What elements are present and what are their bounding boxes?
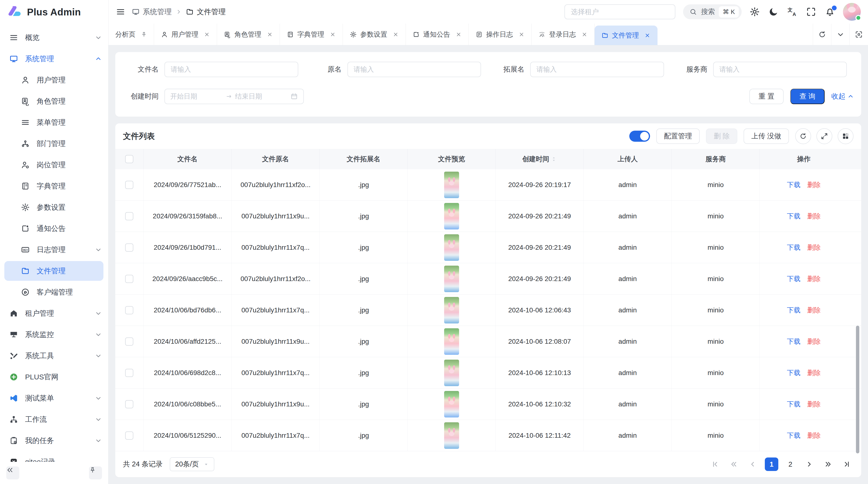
table-columns-button[interactable] <box>838 128 854 144</box>
sidebar-item-20[interactable]: gitee记录 <box>0 451 108 462</box>
download-link[interactable]: 下载 <box>787 368 801 378</box>
file-preview-thumbnail[interactable] <box>444 422 459 449</box>
sidebar-collapse-button[interactable] <box>6 466 19 479</box>
sidebar-item-15[interactable]: 系统工具 <box>0 345 108 366</box>
sidebar-item-18[interactable]: 工作流 <box>0 409 108 430</box>
file-preview-thumbnail[interactable] <box>444 172 459 198</box>
tabbar-content-fullscreen-button[interactable] <box>850 24 868 45</box>
sidebar-item-19[interactable]: 我的任务 <box>0 430 108 451</box>
page-button-1[interactable]: 1 <box>765 457 778 471</box>
dark-mode-button[interactable] <box>768 6 779 17</box>
table-scrollbar-thumb[interactable] <box>856 326 859 453</box>
sidebar-item-14[interactable]: 系统监控 <box>0 324 108 345</box>
sidebar-item-8[interactable]: 参数设置 <box>0 197 108 218</box>
sidebar-item-6[interactable]: 岗位管理 <box>0 154 108 175</box>
tab-1[interactable]: 用户管理 <box>154 24 217 45</box>
sidebar-item-0[interactable]: 概览 <box>0 27 108 48</box>
page-first-button[interactable] <box>708 457 722 471</box>
download-link[interactable]: 下载 <box>787 274 801 284</box>
user-avatar[interactable] <box>843 3 861 21</box>
tab-6[interactable]: 操作日志 <box>469 24 532 45</box>
delete-link[interactable]: 删除 <box>807 337 821 346</box>
close-icon[interactable] <box>330 31 336 38</box>
settings-button[interactable] <box>749 6 760 17</box>
collapse-filter-link[interactable]: 收起 <box>831 92 854 101</box>
delete-button[interactable]: 删 除 <box>706 128 737 144</box>
sidebar-item-10[interactable]: DEV 日志管理 <box>0 239 108 260</box>
reset-button[interactable]: 重 置 <box>749 89 784 104</box>
row-checkbox[interactable] <box>125 244 133 252</box>
sort-caret-icon[interactable] <box>551 156 557 162</box>
tab-0[interactable]: 分析页 <box>108 24 154 45</box>
global-search-button[interactable]: 搜索 ⌘ K <box>683 4 742 19</box>
download-link[interactable]: 下载 <box>787 212 801 221</box>
close-icon[interactable] <box>267 31 273 38</box>
sidebar-item-12[interactable]: 客户端管理 <box>0 282 108 303</box>
row-checkbox[interactable] <box>125 337 133 346</box>
row-checkbox[interactable] <box>125 431 133 440</box>
row-checkbox[interactable] <box>125 212 133 220</box>
tab-2[interactable]: 角色管理 <box>217 24 280 45</box>
upload-button[interactable]: 上传 没做 <box>744 128 789 144</box>
close-icon[interactable] <box>204 31 210 38</box>
page-size-select[interactable]: 20条/页 <box>170 457 214 471</box>
delete-link[interactable]: 删除 <box>807 305 821 315</box>
column-header-4[interactable]: 创建时间 <box>496 149 584 169</box>
file-preview-thumbnail[interactable] <box>444 391 459 417</box>
fullscreen-button[interactable] <box>806 6 816 17</box>
row-checkbox[interactable] <box>125 275 133 283</box>
close-icon[interactable] <box>581 31 588 38</box>
tab-8[interactable]: 文件管理 <box>595 26 657 45</box>
table-expand-button[interactable] <box>816 128 832 144</box>
page-prev-double-button[interactable] <box>727 457 741 471</box>
file-preview-thumbnail[interactable] <box>444 360 459 386</box>
row-checkbox[interactable] <box>125 369 133 377</box>
filter-field-input-3[interactable] <box>713 62 847 77</box>
sidebar-item-7[interactable]: 字典管理 <box>0 175 108 197</box>
delete-link[interactable]: 删除 <box>807 431 821 440</box>
download-link[interactable]: 下载 <box>787 243 801 252</box>
file-preview-thumbnail[interactable] <box>444 266 459 292</box>
row-checkbox[interactable] <box>125 181 133 189</box>
download-link[interactable]: 下载 <box>787 337 801 346</box>
delete-link[interactable]: 删除 <box>807 212 821 221</box>
tab-5[interactable]: 通知公告 <box>406 24 469 45</box>
sidebar-item-16[interactable]: PLUS官网 <box>0 366 108 388</box>
file-preview-thumbnail[interactable] <box>444 328 459 355</box>
file-preview-thumbnail[interactable] <box>444 234 459 261</box>
page-next-double-button[interactable] <box>821 457 835 471</box>
notifications-button[interactable] <box>825 6 835 17</box>
search-panel-toggle[interactable] <box>629 131 650 142</box>
delete-link[interactable]: 删除 <box>807 180 821 189</box>
row-checkbox[interactable] <box>125 306 133 314</box>
sidebar-item-2[interactable]: 用户管理 <box>0 69 108 91</box>
page-prev-button[interactable] <box>746 457 760 471</box>
delete-link[interactable]: 删除 <box>807 400 821 409</box>
row-checkbox[interactable] <box>125 400 133 408</box>
search-button[interactable]: 查 询 <box>790 89 825 104</box>
close-icon[interactable] <box>393 31 399 38</box>
select-all-checkbox[interactable] <box>125 155 133 163</box>
breadcrumb-item-1[interactable]: 文件管理 <box>186 7 226 17</box>
close-icon[interactable] <box>644 32 651 39</box>
download-link[interactable]: 下载 <box>787 305 801 315</box>
filter-field-input-2[interactable] <box>530 62 664 77</box>
sidebar-item-9[interactable]: 通知公告 <box>0 218 108 239</box>
close-icon[interactable] <box>456 31 462 38</box>
file-preview-thumbnail[interactable] <box>444 297 459 323</box>
sidebar-item-13[interactable]: 租户管理 <box>0 303 108 324</box>
page-next-button[interactable] <box>802 457 816 471</box>
table-refresh-button[interactable] <box>795 128 811 144</box>
sidebar-item-17[interactable]: 测试菜单 <box>0 388 108 409</box>
tab-7[interactable]: 登录日志 <box>532 24 595 45</box>
tab-3[interactable]: 字典管理 <box>280 24 343 45</box>
page-button-2[interactable]: 2 <box>784 457 797 471</box>
sidebar-item-4[interactable]: 菜单管理 <box>0 112 108 133</box>
sidebar-item-1[interactable]: 系统管理 <box>0 48 108 69</box>
delete-link[interactable]: 删除 <box>807 368 821 378</box>
sidebar-item-3[interactable]: 角色管理 <box>0 91 108 112</box>
delete-link[interactable]: 删除 <box>807 243 821 252</box>
close-icon[interactable] <box>518 31 525 38</box>
tabbar-chevdown-button[interactable] <box>831 24 850 45</box>
filter-field-input-0[interactable] <box>164 62 298 77</box>
